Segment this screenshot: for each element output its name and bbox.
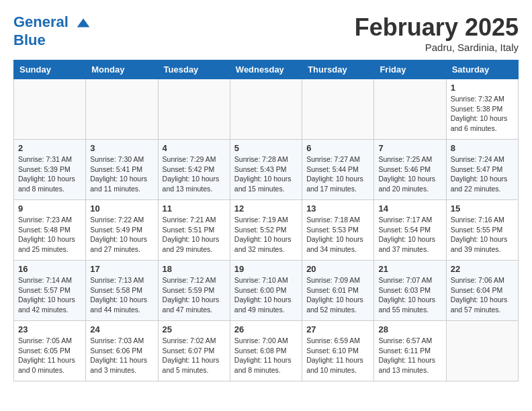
weekday-header-monday: Monday	[86, 60, 158, 79]
day-number: 2	[18, 143, 81, 153]
calendar-cell	[302, 79, 374, 140]
logo: General Blue	[13, 13, 93, 48]
calendar-cell: 1Sunrise: 7:32 AM Sunset: 5:38 PM Daylig…	[446, 79, 518, 140]
day-info: Sunrise: 7:29 AM Sunset: 5:42 PM Dayligh…	[163, 154, 226, 194]
calendar-week-row: 1Sunrise: 7:32 AM Sunset: 5:38 PM Daylig…	[14, 79, 519, 140]
calendar-header-row: SundayMondayTuesdayWednesdayThursdayFrid…	[14, 60, 519, 79]
day-info: Sunrise: 7:00 AM Sunset: 6:08 PM Dayligh…	[234, 336, 298, 375]
logo-blue: Blue	[13, 32, 46, 48]
weekday-header-sunday: Sunday	[14, 60, 86, 79]
day-number: 8	[451, 143, 514, 153]
calendar-cell	[446, 321, 518, 381]
day-info: Sunrise: 7:32 AM Sunset: 5:38 PM Dayligh…	[451, 94, 514, 134]
day-info: Sunrise: 7:10 AM Sunset: 6:00 PM Dayligh…	[234, 275, 298, 315]
day-info: Sunrise: 7:19 AM Sunset: 5:52 PM Dayligh…	[234, 215, 298, 255]
day-info: Sunrise: 7:14 AM Sunset: 5:57 PM Dayligh…	[18, 275, 81, 315]
calendar-cell: 10Sunrise: 7:22 AM Sunset: 5:49 PM Dayli…	[86, 200, 158, 261]
calendar-cell	[374, 79, 446, 140]
day-number: 1	[451, 83, 514, 93]
day-info: Sunrise: 7:07 AM Sunset: 6:03 PM Dayligh…	[378, 275, 441, 315]
location: Padru, Sardinia, Italy	[355, 42, 519, 53]
day-number: 28	[378, 324, 441, 334]
day-number: 19	[234, 264, 298, 274]
day-info: Sunrise: 6:57 AM Sunset: 6:11 PM Dayligh…	[378, 336, 441, 375]
day-info: Sunrise: 7:03 AM Sunset: 6:06 PM Dayligh…	[90, 336, 153, 375]
calendar-cell: 4Sunrise: 7:29 AM Sunset: 5:42 PM Daylig…	[158, 140, 230, 200]
calendar-cell: 15Sunrise: 7:16 AM Sunset: 5:55 PM Dayli…	[446, 200, 518, 261]
day-number: 13	[306, 203, 369, 214]
calendar-week-row: 16Sunrise: 7:14 AM Sunset: 5:57 PM Dayli…	[14, 261, 519, 321]
weekday-header-saturday: Saturday	[446, 60, 518, 79]
day-info: Sunrise: 7:31 AM Sunset: 5:39 PM Dayligh…	[18, 154, 81, 194]
day-number: 11	[163, 203, 226, 214]
day-number: 24	[90, 324, 153, 334]
logo-general: General	[13, 13, 69, 30]
day-info: Sunrise: 6:59 AM Sunset: 6:10 PM Dayligh…	[306, 336, 369, 375]
calendar-cell	[158, 79, 230, 140]
day-info: Sunrise: 7:09 AM Sunset: 6:01 PM Dayligh…	[306, 275, 369, 315]
day-number: 18	[163, 264, 226, 274]
day-number: 21	[378, 264, 441, 274]
calendar-cell	[230, 79, 302, 140]
calendar-cell: 13Sunrise: 7:18 AM Sunset: 5:53 PM Dayli…	[302, 200, 374, 261]
day-number: 16	[18, 264, 81, 274]
svg-marker-0	[77, 18, 90, 27]
calendar-cell: 6Sunrise: 7:27 AM Sunset: 5:44 PM Daylig…	[302, 140, 374, 200]
day-number: 14	[378, 203, 441, 214]
day-info: Sunrise: 7:12 AM Sunset: 5:59 PM Dayligh…	[163, 275, 226, 315]
weekday-header-tuesday: Tuesday	[158, 60, 230, 79]
day-info: Sunrise: 7:22 AM Sunset: 5:49 PM Dayligh…	[90, 215, 153, 255]
calendar-cell: 21Sunrise: 7:07 AM Sunset: 6:03 PM Dayli…	[374, 261, 446, 321]
calendar-cell	[86, 79, 158, 140]
day-info: Sunrise: 7:21 AM Sunset: 5:51 PM Dayligh…	[163, 215, 226, 255]
logo-icon	[74, 13, 93, 32]
weekday-header-friday: Friday	[374, 60, 446, 79]
calendar-cell: 11Sunrise: 7:21 AM Sunset: 5:51 PM Dayli…	[158, 200, 230, 261]
day-info: Sunrise: 7:25 AM Sunset: 5:46 PM Dayligh…	[378, 154, 441, 194]
day-number: 17	[90, 264, 153, 274]
day-info: Sunrise: 7:06 AM Sunset: 6:04 PM Dayligh…	[451, 275, 514, 315]
calendar-cell: 7Sunrise: 7:25 AM Sunset: 5:46 PM Daylig…	[374, 140, 446, 200]
calendar-cell: 28Sunrise: 6:57 AM Sunset: 6:11 PM Dayli…	[374, 321, 446, 381]
calendar-cell: 2Sunrise: 7:31 AM Sunset: 5:39 PM Daylig…	[14, 140, 86, 200]
day-number: 3	[90, 143, 153, 153]
calendar-table: SundayMondayTuesdayWednesdayThursdayFrid…	[13, 60, 519, 381]
day-number: 4	[163, 143, 226, 153]
month-title: February 2025	[355, 13, 519, 42]
day-number: 25	[163, 324, 226, 334]
day-info: Sunrise: 7:17 AM Sunset: 5:54 PM Dayligh…	[378, 215, 441, 255]
day-number: 12	[234, 203, 298, 214]
calendar-week-row: 23Sunrise: 7:05 AM Sunset: 6:05 PM Dayli…	[14, 321, 519, 381]
day-info: Sunrise: 7:02 AM Sunset: 6:07 PM Dayligh…	[163, 336, 226, 375]
calendar-cell: 18Sunrise: 7:12 AM Sunset: 5:59 PM Dayli…	[158, 261, 230, 321]
day-info: Sunrise: 7:13 AM Sunset: 5:58 PM Dayligh…	[90, 275, 153, 315]
day-info: Sunrise: 7:30 AM Sunset: 5:41 PM Dayligh…	[90, 154, 153, 194]
day-number: 9	[18, 203, 81, 214]
day-info: Sunrise: 7:16 AM Sunset: 5:55 PM Dayligh…	[451, 215, 514, 255]
calendar-cell: 25Sunrise: 7:02 AM Sunset: 6:07 PM Dayli…	[158, 321, 230, 381]
calendar-cell: 3Sunrise: 7:30 AM Sunset: 5:41 PM Daylig…	[86, 140, 158, 200]
day-number: 20	[306, 264, 369, 274]
calendar-cell: 27Sunrise: 6:59 AM Sunset: 6:10 PM Dayli…	[302, 321, 374, 381]
day-number: 15	[451, 203, 514, 214]
calendar-cell: 9Sunrise: 7:23 AM Sunset: 5:48 PM Daylig…	[14, 200, 86, 261]
day-number: 22	[451, 264, 514, 274]
calendar-week-row: 2Sunrise: 7:31 AM Sunset: 5:39 PM Daylig…	[14, 140, 519, 200]
day-number: 5	[234, 143, 298, 153]
day-number: 7	[378, 143, 441, 153]
calendar-cell: 19Sunrise: 7:10 AM Sunset: 6:00 PM Dayli…	[230, 261, 302, 321]
calendar-week-row: 9Sunrise: 7:23 AM Sunset: 5:48 PM Daylig…	[14, 200, 519, 261]
calendar-cell: 17Sunrise: 7:13 AM Sunset: 5:58 PM Dayli…	[86, 261, 158, 321]
day-number: 10	[90, 203, 153, 214]
calendar-cell: 8Sunrise: 7:24 AM Sunset: 5:47 PM Daylig…	[446, 140, 518, 200]
calendar-cell: 14Sunrise: 7:17 AM Sunset: 5:54 PM Dayli…	[374, 200, 446, 261]
day-info: Sunrise: 7:05 AM Sunset: 6:05 PM Dayligh…	[18, 336, 81, 375]
page-header: General Blue February 2025 Padru, Sardin…	[13, 13, 519, 53]
day-number: 6	[306, 143, 369, 153]
day-info: Sunrise: 7:23 AM Sunset: 5:48 PM Dayligh…	[18, 215, 81, 255]
day-info: Sunrise: 7:18 AM Sunset: 5:53 PM Dayligh…	[306, 215, 369, 255]
calendar-cell: 26Sunrise: 7:00 AM Sunset: 6:08 PM Dayli…	[230, 321, 302, 381]
weekday-header-wednesday: Wednesday	[230, 60, 302, 79]
title-block: February 2025 Padru, Sardinia, Italy	[355, 13, 519, 53]
day-number: 26	[234, 324, 298, 334]
